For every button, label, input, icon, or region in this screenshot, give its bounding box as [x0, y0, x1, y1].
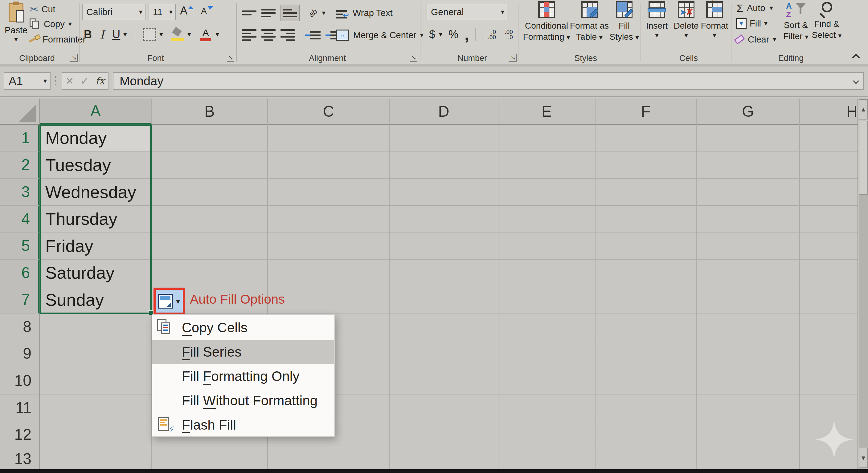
ribbon: Paste ✂ Cut Copy Formainter Clipboard Ca… [0, 0, 868, 64]
bold-button[interactable]: B [84, 28, 92, 41]
scroll-up-button[interactable]: ▲ [859, 99, 868, 120]
find-select-button[interactable]: Find & Select [812, 1, 841, 41]
copy-dropdown-icon[interactable] [68, 20, 72, 28]
insert-cells-button[interactable]: Insert [646, 1, 668, 39]
cut-button[interactable]: ✂ Cut [30, 2, 56, 16]
format-painter-button[interactable]: Formainter [28, 33, 86, 46]
wrap-text-button[interactable]: ↩ Wrap Text [336, 4, 393, 22]
orientation-dropdown-icon[interactable] [322, 9, 326, 17]
decrease-indent-button[interactable] [305, 31, 320, 39]
group-divider [731, 3, 732, 62]
clipboard-dialog-launcher-icon[interactable] [70, 54, 78, 62]
menu-item-fill-formatting-only[interactable]: Fill Formatting Only [152, 364, 334, 388]
orientation-button[interactable]: ab [307, 7, 319, 19]
clear-button[interactable]: Clear [735, 33, 776, 45]
menu-item-flash-fill[interactable]: ⚡ Flash Fill [152, 413, 334, 437]
font-name-select[interactable]: Calibri [82, 4, 146, 20]
align-center-button[interactable] [261, 29, 276, 41]
align-top-button[interactable] [242, 10, 256, 15]
fill-styles-button[interactable]: Fill Styles [610, 1, 639, 43]
number-dialog-launcher-icon[interactable] [509, 54, 517, 62]
align-middle-button[interactable] [261, 9, 276, 17]
borders-dropdown-icon[interactable] [159, 31, 163, 38]
fill-color-dropdown-icon[interactable] [187, 31, 191, 38]
scroll-up-icon: ▲ [860, 106, 866, 113]
auto-fill-options-button[interactable] [154, 288, 185, 315]
align-right-button[interactable] [280, 29, 295, 41]
collapse-ribbon-icon[interactable] [852, 54, 860, 61]
fill-button[interactable]: ▼ Fill [736, 17, 768, 30]
insert-cells-icon [649, 1, 665, 18]
font-dialog-launcher-icon[interactable] [227, 54, 234, 62]
expand-formula-bar-icon[interactable] [853, 78, 859, 84]
ribbon-bottom-edge [0, 64, 868, 67]
clear-dropdown-icon[interactable] [773, 35, 776, 43]
menu-item-fill-without-formatting[interactable]: Fill Without Formatting [152, 388, 334, 413]
copy-button[interactable]: Copy [30, 17, 72, 31]
paste-button[interactable]: Paste [4, 1, 28, 50]
fill-color-button[interactable] [171, 28, 184, 41]
italic-button[interactable]: I [100, 28, 104, 41]
number-format-select[interactable]: General [427, 4, 507, 20]
fill-styles-dropdown-icon [636, 31, 639, 43]
bottom-bar [0, 469, 868, 473]
format-as-table-icon [581, 1, 598, 18]
enter-icon[interactable]: ✓ [80, 75, 89, 87]
sort-filter-button[interactable]: AZ Sort & Filter [782, 1, 810, 42]
scroll-down-icon: ▼ [860, 454, 866, 462]
underline-dropdown-icon[interactable] [123, 31, 127, 38]
autosum-button[interactable]: Σ Auto [737, 2, 773, 14]
font-size-dropdown-icon [169, 8, 173, 16]
fill-dropdown-icon[interactable] [764, 20, 768, 27]
vertical-scrollbar[interactable]: ▲ ▼ [858, 99, 868, 469]
delete-cells-button[interactable]: ➤ ✘ Delete [675, 1, 698, 39]
format-cells-button[interactable]: ↔ Format [702, 1, 727, 39]
autosum-dropdown-icon[interactable] [770, 4, 773, 12]
number-format-dropdown-icon [501, 8, 504, 16]
editing-group-label: Editing [778, 54, 804, 63]
increase-font-size-button[interactable]: A [180, 4, 193, 17]
scroll-down-button[interactable]: ▼ [859, 448, 868, 468]
decrease-decimal-button[interactable]: .00 →.0 [502, 29, 513, 40]
group-divider [236, 3, 237, 62]
grow-font-icon: A [180, 4, 187, 17]
name-box-dropdown-icon [43, 77, 47, 85]
font-size-select[interactable]: 11 [149, 4, 176, 20]
merge-center-dropdown-icon[interactable] [420, 31, 424, 39]
align-left-button[interactable] [242, 29, 256, 41]
formula-input[interactable]: Monday [113, 72, 864, 90]
menu-item-copy-cells[interactable]: Copy Cells [152, 315, 334, 340]
find-select-icon [818, 1, 835, 19]
align-bottom-button[interactable] [280, 5, 300, 21]
decrease-font-size-button[interactable]: A [201, 6, 213, 16]
menu-item-fill-series[interactable]: Fill Series [152, 340, 334, 364]
font-color-dropdown-icon[interactable] [215, 31, 219, 38]
font-color-button[interactable]: A [199, 28, 212, 41]
cancel-icon[interactable]: ✕ [65, 75, 74, 87]
conditional-formatting-button[interactable]: Conditional Formatting [524, 1, 569, 43]
merge-center-button[interactable]: ↔ Merge & Center [336, 27, 424, 43]
paste-dropdown-icon[interactable] [14, 35, 18, 43]
currency-dropdown-icon[interactable] [439, 31, 442, 38]
comma-style-button[interactable]: , [465, 30, 469, 39]
underline-button[interactable]: U [112, 28, 120, 41]
alignment-dialog-launcher-icon[interactable] [410, 54, 417, 62]
fill-styles-icon [616, 1, 632, 18]
insert-function-icon[interactable]: fx [96, 75, 105, 87]
cells-group-label: Cells [679, 54, 698, 63]
scrollbar-thumb[interactable] [859, 121, 868, 195]
cut-icon: ✂ [30, 3, 38, 15]
sort-filter-icon: AZ [786, 1, 806, 20]
flash-fill-icon: ⚡ [157, 417, 173, 433]
scrollbar-track[interactable] [859, 195, 868, 448]
formula-bar: A1 ✕ ✓ fx Monday [0, 67, 868, 97]
borders-button[interactable] [143, 28, 156, 41]
name-box[interactable]: A1 [4, 72, 51, 90]
format-as-table-button[interactable]: Format as Table [569, 1, 609, 43]
auto-fill-dropdown-icon[interactable] [176, 297, 180, 306]
group-divider [641, 3, 641, 62]
increase-decimal-button[interactable]: .0 ←.00 [482, 29, 496, 40]
conditional-formatting-icon [538, 1, 555, 18]
percent-button[interactable]: % [448, 28, 458, 41]
currency-button[interactable]: $ [429, 28, 435, 41]
